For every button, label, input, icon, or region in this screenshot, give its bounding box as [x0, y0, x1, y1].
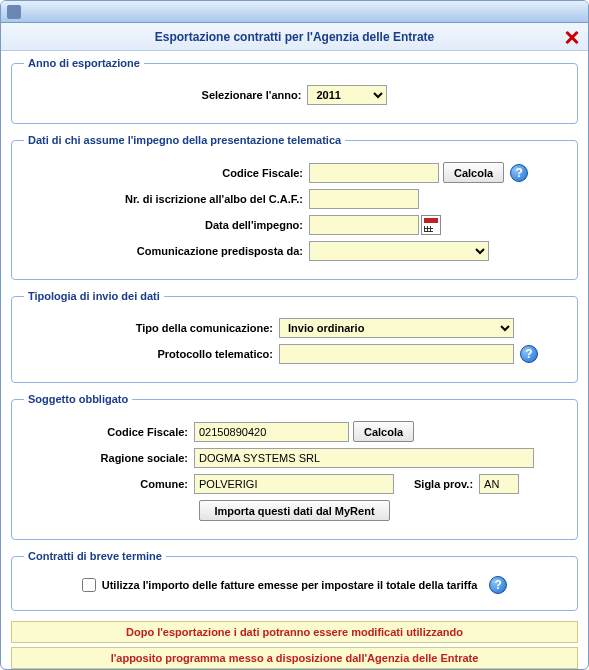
legend-contratti-breve: Contratti di breve termine [24, 550, 166, 562]
label-sigla-prov: Sigla prov.: [394, 478, 479, 490]
app-icon [7, 5, 21, 19]
info-note-2: l'apposito programma messo a disposizion… [11, 647, 578, 669]
calendar-icon[interactable] [421, 215, 441, 235]
label-nr-iscrizione-caf: Nr. di iscrizione all'albo del C.A.F.: [24, 193, 309, 205]
label-usa-importo-fatture: Utilizza l'importo delle fatture emesse … [102, 579, 478, 591]
input-protocollo-telematico[interactable] [279, 344, 514, 364]
calcola-button-soggetto[interactable]: Calcola [353, 421, 414, 442]
label-protocollo-telematico: Protocollo telematico: [24, 348, 279, 360]
dialog-title: Esportazione contratti per l'Agenzia del… [155, 30, 435, 44]
help-icon[interactable]: ? [510, 164, 528, 182]
legend-anno: Anno di esportazione [24, 57, 144, 69]
legend-tipologia: Tipologia di invio dei dati [24, 290, 164, 302]
calcola-button-impegno[interactable]: Calcola [443, 162, 504, 183]
input-codice-fiscale-soggetto[interactable] [194, 422, 349, 442]
fieldset-impegno-telematica: Dati di chi assume l'impegno della prese… [11, 134, 578, 280]
year-select[interactable]: 2011 [307, 85, 387, 105]
label-ragione-sociale: Ragione sociale: [24, 452, 194, 464]
checkbox-usa-importo-fatture[interactable] [82, 578, 96, 592]
close-icon[interactable] [564, 29, 580, 45]
fieldset-anno-esportazione: Anno di esportazione Selezionare l'anno:… [11, 57, 578, 124]
select-comunicazione-predisposta[interactable] [309, 241, 489, 261]
legend-soggetto: Soggetto obbligato [24, 393, 132, 405]
select-tipo-comunicazione[interactable]: Invio ordinario [279, 318, 514, 338]
label-codice-fiscale-soggetto: Codice Fiscale: [24, 426, 194, 438]
help-icon[interactable]: ? [520, 345, 538, 363]
input-nr-iscrizione-caf[interactable] [309, 189, 419, 209]
dialog-header: Esportazione contratti per l'Agenzia del… [1, 23, 588, 51]
info-note-1: Dopo l'esportazione i dati potranno esse… [11, 621, 578, 643]
fieldset-soggetto-obbligato: Soggetto obbligato Codice Fiscale: Calco… [11, 393, 578, 540]
help-icon[interactable]: ? [489, 576, 507, 594]
input-ragione-sociale[interactable] [194, 448, 534, 468]
importa-myrent-button[interactable]: Importa questi dati dal MyRent [199, 500, 389, 521]
label-comunicazione-predisposta: Comunicazione predisposta da: [24, 245, 309, 257]
label-data-impegno: Data dell'impegno: [24, 219, 309, 231]
label-tipo-comunicazione: Tipo della comunicazione: [24, 322, 279, 334]
label-selezionare-anno: Selezionare l'anno: [202, 89, 308, 101]
input-comune[interactable] [194, 474, 394, 494]
fieldset-tipologia-invio: Tipologia di invio dei dati Tipo della c… [11, 290, 578, 383]
input-data-impegno[interactable] [309, 215, 419, 235]
dialog-content: Anno di esportazione Selezionare l'anno:… [1, 51, 588, 670]
dialog-window: Esportazione contratti per l'Agenzia del… [0, 0, 589, 670]
titlebar[interactable] [1, 1, 588, 23]
input-sigla-prov[interactable] [479, 474, 519, 494]
label-comune: Comune: [24, 478, 194, 490]
fieldset-contratti-breve-termine: Contratti di breve termine Utilizza l'im… [11, 550, 578, 611]
legend-impegno: Dati di chi assume l'impegno della prese… [24, 134, 345, 146]
input-codice-fiscale-impegno[interactable] [309, 163, 439, 183]
label-codice-fiscale-impegno: Codice Fiscale: [24, 167, 309, 179]
